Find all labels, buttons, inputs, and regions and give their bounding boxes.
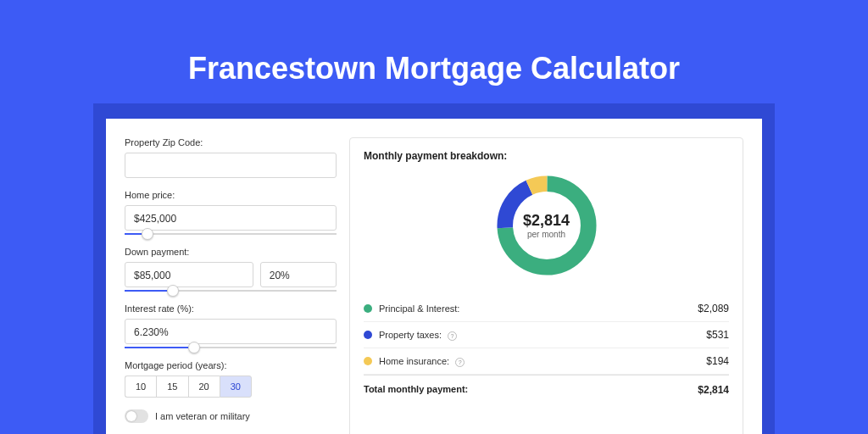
zip-group: Property Zip Code: xyxy=(125,137,337,178)
help-icon[interactable]: ? xyxy=(455,358,465,367)
legend-label: Property taxes: ? xyxy=(379,330,706,341)
down-payment-slider[interactable] xyxy=(125,290,337,292)
down-payment-pct-input[interactable]: 20% xyxy=(260,262,337,287)
interest-rate-slider[interactable] xyxy=(125,347,337,348)
donut-chart: $2,814 per month xyxy=(492,170,602,281)
breakdown-panel: Monthly payment breakdown: $2,814 per mo… xyxy=(349,137,743,434)
legend-row-taxes: Property taxes: ? $531 xyxy=(364,322,729,348)
donut-wrap: $2,814 per month xyxy=(364,170,729,281)
total-value: $2,814 xyxy=(698,384,729,396)
period-tabs: 10 15 20 30 xyxy=(125,376,337,398)
veteran-row: I am veteran or military xyxy=(125,409,337,423)
legend-value: $194 xyxy=(706,355,729,367)
legend-row-principal: Principal & Interest: $2,089 xyxy=(364,296,729,322)
home-price-input[interactable]: $425,000 xyxy=(125,205,337,231)
zip-label: Property Zip Code: xyxy=(125,137,337,147)
dot-icon xyxy=(364,357,372,365)
slider-thumb[interactable] xyxy=(188,342,200,353)
donut-sub: per month xyxy=(527,230,565,239)
donut-amount: $2,814 xyxy=(523,212,570,230)
total-row: Total monthly payment: $2,814 xyxy=(364,375,729,404)
period-tab-15[interactable]: 15 xyxy=(156,376,187,398)
legend-value: $2,089 xyxy=(698,303,729,314)
period-label: Mortgage period (years): xyxy=(125,360,337,370)
veteran-toggle[interactable] xyxy=(125,409,148,423)
interest-rate-group: Interest rate (%): 6.230% xyxy=(125,303,337,348)
form-column: Property Zip Code: Home price: $425,000 … xyxy=(125,137,337,434)
down-payment-input[interactable]: $85,000 xyxy=(125,262,253,287)
dot-icon xyxy=(364,304,372,313)
interest-rate-input[interactable]: 6.230% xyxy=(125,319,337,344)
total-label: Total monthly payment: xyxy=(364,384,698,396)
interest-rate-label: Interest rate (%): xyxy=(125,303,337,314)
legend-label: Principal & Interest: xyxy=(379,303,698,314)
home-price-group: Home price: $425,000 xyxy=(125,190,337,235)
legend-label: Home insurance: ? xyxy=(379,356,706,367)
zip-input[interactable] xyxy=(125,153,337,178)
down-payment-label: Down payment: xyxy=(125,247,337,257)
help-icon[interactable]: ? xyxy=(448,331,457,341)
calculator-card: Property Zip Code: Home price: $425,000 … xyxy=(106,119,762,434)
home-price-slider[interactable] xyxy=(125,233,337,235)
period-tab-10[interactable]: 10 xyxy=(125,376,156,398)
legend-value: $531 xyxy=(706,329,729,341)
donut-center: $2,814 per month xyxy=(492,170,602,281)
legend-row-insurance: Home insurance: ? $194 xyxy=(364,348,729,375)
right-column: Monthly payment breakdown: $2,814 per mo… xyxy=(337,137,743,434)
slider-thumb[interactable] xyxy=(167,285,179,297)
down-payment-group: Down payment: $85,000 20% xyxy=(125,247,337,292)
dot-icon xyxy=(364,331,372,339)
page: Francestown Mortgage Calculator Property… xyxy=(0,0,868,434)
period-tab-20[interactable]: 20 xyxy=(188,376,220,398)
dark-band: Property Zip Code: Home price: $425,000 … xyxy=(93,103,775,434)
slider-thumb[interactable] xyxy=(142,228,153,240)
breakdown-title: Monthly payment breakdown: xyxy=(364,150,729,162)
page-title: Francestown Mortgage Calculator xyxy=(0,0,868,103)
period-tab-30[interactable]: 30 xyxy=(220,376,252,398)
period-group: Mortgage period (years): 10 15 20 30 xyxy=(125,360,337,398)
veteran-label: I am veteran or military xyxy=(155,411,250,421)
home-price-label: Home price: xyxy=(125,190,337,200)
